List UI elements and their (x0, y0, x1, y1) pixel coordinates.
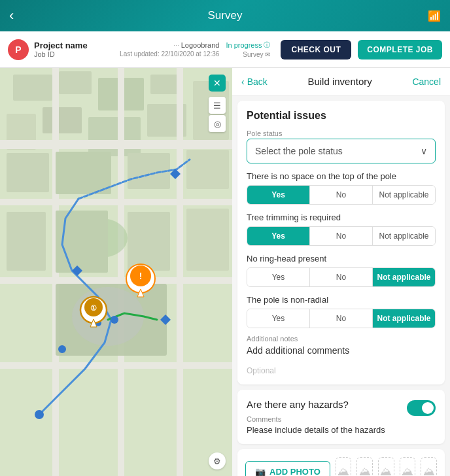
toggle-label-1: Tree trimming is required (247, 212, 436, 222)
map-svg: ! ① (0, 68, 232, 476)
svg-text:!: ! (139, 271, 143, 281)
svg-rect-24 (128, 212, 170, 271)
camera-icon: 📷 (255, 467, 266, 477)
toggle-na-0[interactable]: Not applicable (372, 186, 435, 204)
svg-text:①: ① (90, 304, 97, 312)
toggle-row-2: No ring-head present Yes No Not applicab… (247, 254, 436, 287)
job-id: Job ID (34, 50, 88, 58)
notes-input[interactable]: Add additional comments (247, 345, 436, 365)
svg-rect-20 (186, 150, 229, 189)
pole-status-field: Pole status Select the pole status ∨ (247, 129, 436, 163)
toggle-row-3: The pole is non-radial Yes No Not applic… (247, 295, 436, 328)
toggle-na-1[interactable]: Not applicable (372, 227, 435, 245)
hazards-comments-label: Comments (247, 415, 385, 423)
svg-rect-22 (7, 212, 46, 271)
hazards-card: Are there any hazards? Comments Please i… (237, 390, 445, 444)
toggle-label-0: There is no space on the top of the pole (247, 171, 436, 181)
project-icon: P (8, 39, 29, 60)
toggle-no-1[interactable]: No (309, 227, 372, 245)
svg-point-32 (111, 316, 118, 324)
photo-slot-4[interactable]: ⛰ (400, 457, 416, 476)
notes-optional: Optional (247, 366, 436, 375)
toggle-no-0[interactable]: No (309, 186, 372, 204)
panel-back-button[interactable]: ‹ Back (241, 76, 268, 87)
potential-issues-card: Potential issues Pole status Select the … (237, 101, 445, 384)
header-title: Survey (208, 9, 243, 22)
toggle-yes-2[interactable]: Yes (247, 268, 309, 286)
back-chevron-icon: ‹ (241, 76, 245, 87)
pole-status-label: Pole status (247, 129, 436, 137)
toggle-na-2[interactable]: Not applicable (372, 268, 435, 286)
svg-rect-13 (0, 362, 232, 369)
hazards-toggle[interactable] (407, 400, 436, 416)
svg-rect-11 (0, 199, 232, 205)
status-area: In progress ⓘ Survey ✉ (226, 41, 270, 58)
panel-title: Build inventory (307, 76, 372, 87)
project-details: Project name Job ID (34, 41, 88, 58)
toggle-group-3: Yes No Not applicable (247, 309, 436, 328)
photo-slot-2[interactable]: ⛰ (356, 457, 373, 476)
last-updated: Last updated: 22/10/2020 at 12:36 (120, 50, 219, 58)
project-info: P Project name Job ID (8, 39, 113, 60)
map-area: ! ① ✕ ☰ ◎ ⚙ (0, 68, 232, 476)
project-name: Project name (34, 41, 88, 50)
hazards-comments-value: Please include details of the hazards (247, 425, 385, 435)
map-location-button[interactable]: ◎ (209, 115, 226, 132)
toggle-yes-0[interactable]: Yes (247, 186, 309, 204)
photo-slot-1[interactable]: ⛰ (336, 457, 352, 476)
checkout-button[interactable]: CHECK OUT (281, 40, 351, 60)
svg-point-29 (58, 345, 66, 353)
toolbar: P Project name Job ID ⋯ Logoobrand Last … (0, 31, 450, 68)
photo-card: 📷 ADD PHOTO ⛰ ⛰ ⛰ ⛰ ⛰ (237, 449, 445, 476)
svg-rect-16 (177, 68, 183, 476)
logo-brand: ⋯ Logoobrand (173, 41, 220, 49)
svg-rect-25 (186, 209, 229, 271)
toggle-yes-1[interactable]: Yes (247, 227, 309, 245)
in-progress-status: In progress ⓘ (226, 41, 270, 50)
chevron-down-icon: ∨ (421, 146, 427, 156)
toggle-row-0: There is no space on the top of the pole… (247, 171, 436, 205)
toggle-label-2: No ring-head present (247, 254, 436, 264)
pole-status-value: Select the pole status (255, 146, 343, 156)
complete-job-button[interactable]: COMPLETE JOB (358, 40, 442, 60)
svg-rect-1 (13, 75, 52, 101)
panel-cancel-button[interactable]: Cancel (412, 76, 441, 87)
logo-brand-area: ⋯ Logoobrand Last updated: 22/10/2020 at… (120, 41, 219, 58)
toggle-no-3[interactable]: No (309, 309, 372, 328)
svg-rect-10 (0, 140, 232, 149)
wifi-icon: 📶 (428, 10, 441, 22)
toggle-no-2[interactable]: No (309, 268, 372, 286)
panel-header: ‹ Back Build inventory Cancel (232, 68, 450, 95)
svg-rect-2 (59, 71, 92, 94)
photo-slot-5[interactable]: ⛰ (421, 457, 437, 476)
additional-notes-field: Additional notes Add additional comments… (247, 335, 436, 375)
toggle-group-0: Yes No Not applicable (247, 185, 436, 205)
map-close-button[interactable]: ✕ (209, 75, 226, 92)
notes-label: Additional notes (247, 335, 436, 343)
add-photo-button[interactable]: 📷 ADD PHOTO (245, 461, 330, 477)
hazards-left: Are there any hazards? Comments Please i… (247, 399, 385, 435)
toggle-yes-3[interactable]: Yes (247, 309, 309, 328)
toggle-group-2: Yes No Not applicable (247, 267, 436, 287)
svg-rect-15 (118, 68, 124, 476)
svg-point-28 (35, 410, 44, 419)
main-content: ! ① ✕ ☰ ◎ ⚙ ‹ Back Build inventory Cance… (0, 68, 450, 476)
toggle-group-1: Yes No Not applicable (247, 226, 436, 246)
map-layers-button[interactable]: ☰ (209, 97, 226, 114)
svg-rect-7 (88, 117, 141, 156)
right-panel: ‹ Back Build inventory Cancel Potential … (232, 68, 450, 476)
hazards-title: Are there any hazards? (247, 399, 385, 410)
toggle-row-1: Tree trimming is required Yes No Not app… (247, 212, 436, 246)
svg-rect-12 (0, 277, 232, 284)
toggle-na-3[interactable]: Not applicable (372, 309, 435, 328)
pole-status-dropdown[interactable]: Select the pole status ∨ (247, 139, 436, 163)
svg-rect-6 (43, 107, 82, 133)
section-title: Potential issues (247, 110, 436, 122)
toggle-label-3: The pole is non-radial (247, 295, 436, 305)
header-back-button[interactable]: ‹ (9, 7, 14, 24)
svg-rect-18 (56, 152, 111, 194)
svg-rect-17 (7, 153, 49, 192)
map-tools: ☰ ◎ (209, 97, 226, 132)
photo-slot-3[interactable]: ⛰ (378, 457, 394, 476)
map-settings-button[interactable]: ⚙ (209, 452, 226, 469)
